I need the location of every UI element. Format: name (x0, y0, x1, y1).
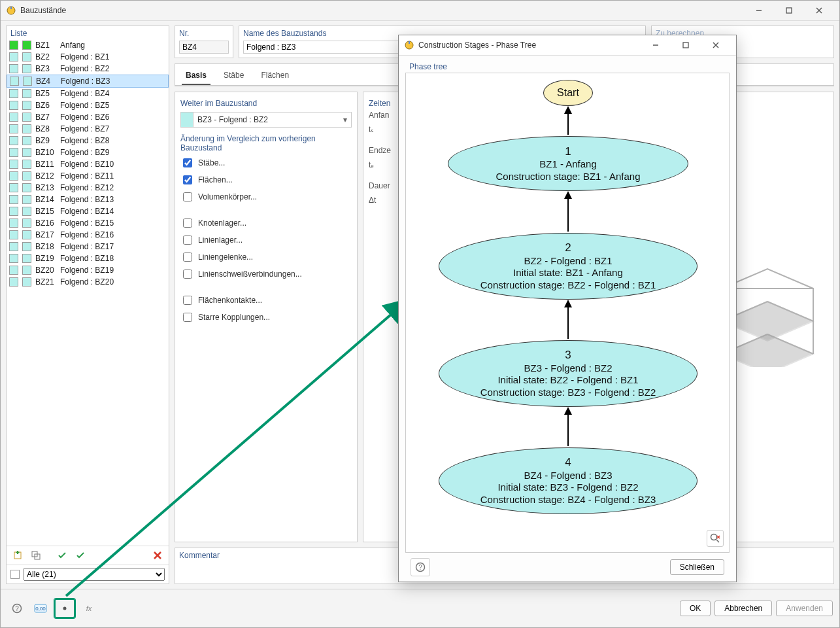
list-swatch-2 (22, 207, 31, 216)
list-swatch-2 (22, 136, 31, 145)
chk-flaechen-box[interactable] (183, 175, 192, 184)
list-item[interactable]: BZ17Folgend : BZ16 (7, 229, 169, 241)
list-swatch-2 (22, 183, 31, 192)
phase-tree-canvas[interactable]: Start 1 BZ1 - Anfang Construction stage:… (405, 73, 730, 553)
chk-volumen-box[interactable] (183, 192, 192, 201)
dialog-minimize-button[interactable] (641, 35, 671, 55)
list-item[interactable]: BZ14Folgend : BZ13 (7, 194, 169, 205)
list-id: BZ1 (35, 41, 56, 50)
apply-button[interactable]: Anwenden (776, 601, 833, 616)
check-green-2-button[interactable] (73, 548, 88, 563)
list-item[interactable]: BZ6Folgend : BZ5 (7, 99, 169, 111)
chk-volumen[interactable]: Volumenkörper... (180, 190, 352, 203)
dialog-close-btn[interactable]: Schließen (670, 559, 724, 575)
list-item[interactable]: BZ15Folgend : BZ14 (7, 205, 169, 217)
dialog-close-button[interactable] (701, 35, 731, 55)
list-swatch (9, 148, 18, 157)
list-item[interactable]: BZ18Folgend : BZ17 (7, 241, 169, 253)
liste-body[interactable]: BZ1AnfangBZ2Folgend : BZ1BZ3Folgend : BZ… (7, 39, 169, 546)
list-label: Folgend : BZ9 (60, 148, 169, 157)
list-item[interactable]: BZ1Anfang (7, 39, 169, 51)
list-item[interactable]: BZ2Folgend : BZ1 (7, 51, 169, 63)
list-id: BZ12 (35, 171, 56, 181)
copy-item-button[interactable] (29, 548, 43, 563)
list-id: BZ15 (35, 207, 56, 216)
chk-linienschweiss-box[interactable] (183, 270, 192, 279)
list-swatch (9, 207, 18, 216)
phase-node-1[interactable]: 1 BZ1 - Anfang Construction stage: BZ1 -… (448, 136, 688, 191)
dialog-titlebar[interactable]: Construction Stages - Phase Tree (399, 35, 736, 56)
list-item[interactable]: BZ9Folgend : BZ8 (7, 135, 169, 147)
chk-linienlager[interactable]: Linienlager... (180, 234, 352, 247)
list-item[interactable]: BZ8Folgend : BZ7 (7, 123, 169, 135)
chk-liniengelenke-box[interactable] (183, 253, 192, 262)
tab-staebe[interactable]: Stäbe (220, 68, 248, 85)
help-button[interactable]: ? (7, 599, 27, 618)
svg-point-33 (711, 534, 717, 540)
chk-linienlager-box[interactable] (183, 236, 192, 245)
nr-input[interactable] (179, 41, 229, 54)
list-item[interactable]: BZ7Folgend : BZ6 (7, 111, 169, 123)
phase-node-4[interactable]: 4 BZ4 - Folgend : BZ3 Initial state: BZ3… (439, 447, 697, 514)
liste-toolbar (7, 546, 169, 565)
list-item[interactable]: BZ21Folgend : BZ20 (7, 276, 169, 288)
maximize-button[interactable] (774, 1, 804, 20)
list-swatch (9, 160, 18, 169)
phase-node-start[interactable]: Start (543, 80, 593, 106)
list-item[interactable]: BZ16Folgend : BZ15 (7, 217, 169, 229)
chk-knotenlager[interactable]: Knotenlager... (180, 217, 352, 230)
cancel-button[interactable]: Abbrechen (714, 601, 772, 616)
list-item[interactable]: BZ10Folgend : BZ9 (7, 147, 169, 158)
svg-rect-30 (683, 43, 688, 48)
chk-starre-label: Starre Kopplungen... (198, 313, 270, 322)
chk-flaechenkontakte-box[interactable] (183, 296, 192, 305)
list-item[interactable]: BZ11Folgend : BZ10 (7, 158, 169, 170)
node2-num: 2 (565, 241, 571, 254)
chk-flaechenkontakte[interactable]: Flächenkontakte... (180, 294, 352, 307)
tab-flaechen[interactable]: Flächen (257, 68, 293, 85)
chk-staebe-box[interactable] (183, 158, 192, 167)
list-swatch-2 (22, 254, 31, 263)
tab-basis[interactable]: Basis (182, 68, 210, 85)
units-button[interactable]: 0,00 (31, 599, 50, 618)
filter-select[interactable]: Alle (21) (24, 568, 165, 581)
list-swatch-2 (22, 41, 31, 50)
chk-flaechen[interactable]: Flächen... (180, 173, 352, 186)
node3-line1: BZ3 - Folgend : BZ2 (524, 362, 612, 375)
function-button[interactable]: fx (79, 599, 99, 618)
list-label: Folgend : BZ6 (60, 113, 169, 122)
list-item[interactable]: BZ3Folgend : BZ2 (7, 63, 169, 75)
chk-staebe[interactable]: Stäbe... (180, 156, 352, 169)
list-item[interactable]: BZ4Folgend : BZ3 (7, 75, 169, 88)
chk-linienschweiss[interactable]: Linienschweißverbindungen... (180, 268, 352, 281)
list-item[interactable]: BZ12Folgend : BZ11 (7, 170, 169, 182)
list-item[interactable]: BZ19Folgend : BZ18 (7, 253, 169, 264)
chk-knotenlager-box[interactable] (183, 218, 192, 228)
dialog-help-button[interactable]: ? (411, 558, 430, 576)
phase-node-3[interactable]: 3 BZ3 - Folgend : BZ2 Initial state: BZ2… (439, 340, 697, 407)
dialog-maximize-button[interactable] (671, 35, 701, 55)
new-item-button[interactable] (10, 548, 25, 563)
list-label: Folgend : BZ7 (60, 124, 169, 133)
svg-rect-28 (409, 41, 410, 44)
phase-node-2[interactable]: 2 BZ2 - Folgend : BZ1 Initial state: BZ1… (439, 233, 697, 300)
chk-starre[interactable]: Starre Kopplungen... (180, 311, 352, 324)
list-id: BZ11 (35, 160, 56, 169)
close-button[interactable] (804, 1, 834, 20)
zoom-reset-button[interactable] (707, 530, 724, 547)
weiter-combo[interactable]: BZ3 - Folgend : BZ2 ▾ (180, 112, 352, 128)
zeiten-endzeit: Endze (369, 143, 396, 158)
list-label: Folgend : BZ17 (60, 242, 169, 251)
chk-liniengelenke[interactable]: Liniengelenke... (180, 251, 352, 264)
list-item[interactable]: BZ13Folgend : BZ12 (7, 182, 169, 194)
list-swatch (9, 64, 18, 73)
minimize-button[interactable] (744, 1, 774, 20)
chk-starre-box[interactable] (183, 313, 192, 322)
list-item[interactable]: BZ20Folgend : BZ19 (7, 264, 169, 276)
phase-tree-button[interactable] (54, 599, 75, 618)
check-green-1-button[interactable] (55, 548, 69, 563)
list-item[interactable]: BZ5Folgend : BZ4 (7, 88, 169, 99)
ok-button[interactable]: OK (680, 601, 711, 616)
list-label: Folgend : BZ16 (60, 230, 169, 239)
delete-button[interactable] (150, 548, 165, 563)
